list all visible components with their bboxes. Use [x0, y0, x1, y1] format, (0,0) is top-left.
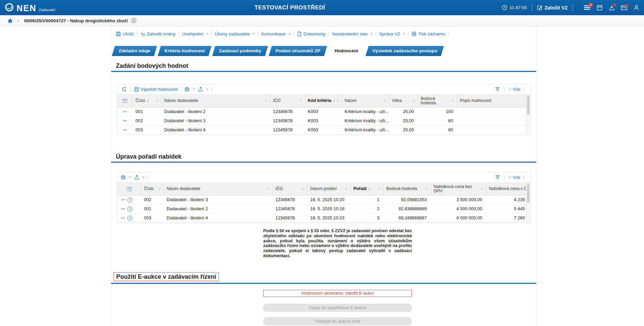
- vz-administration-menu[interactable]: Správa VZ: [379, 31, 405, 36]
- tab-vysledek[interactable]: Výsledek zadávacího postupu: [366, 46, 444, 56]
- scrollbar-thumb[interactable]: [527, 95, 529, 115]
- calendar-button[interactable]: [597, 5, 602, 10]
- row-menu-icon[interactable]: [123, 129, 127, 132]
- filter-dropdown-icon[interactable]: [377, 187, 380, 191]
- brand[interactable]: NEN Zadavatel: [0, 3, 55, 12]
- column-header-vaha[interactable]: Váha: [389, 94, 418, 107]
- tab-hodnoceni[interactable]: Hodnocení: [328, 46, 365, 56]
- column-header-bodova-hodnota[interactable]: Bodová hodnota: [383, 183, 431, 195]
- breadcrumb-current-item[interactable]: N006/25/V00004727 - Nákup drogistického …: [24, 18, 128, 23]
- info-icon[interactable]: [127, 197, 132, 202]
- divider: [504, 175, 504, 180]
- scrollbar-thumb[interactable]: [527, 183, 529, 203]
- filter-dropdown-icon[interactable]: [335, 99, 339, 103]
- publish-menu[interactable]: Uveřejnění: [182, 31, 208, 36]
- column-header-cena-bez-dph[interactable]: Nabídková cena bez DPH: [431, 183, 486, 195]
- menu-button[interactable]: 1: [584, 5, 590, 10]
- scoring-grid-panel: Výpočet hodnocení: [117, 84, 530, 135]
- column-header-nazev[interactable]: Název: [342, 94, 389, 107]
- eauction-actions: Hodnocení ukončeno, založit E-aukci Vstu…: [263, 284, 412, 325]
- divider: [376, 31, 376, 36]
- sort-asc-icon: [368, 187, 370, 191]
- filter-dropdown-icon[interactable]: [155, 99, 158, 103]
- info-icon[interactable]: [127, 207, 132, 212]
- row-menu-icon[interactable]: [121, 208, 125, 211]
- column-chooser-cell[interactable]: [117, 94, 133, 107]
- downloads-button[interactable]: [609, 5, 615, 10]
- column-header-kod-kriteria[interactable]: Kód kritéria: [305, 94, 342, 107]
- print-record-button[interactable]: Tisk záznamu: [412, 31, 445, 36]
- table-row[interactable]: 003 Dodavatel - školení 4 12345678 16. 5…: [117, 214, 527, 223]
- messages-button[interactable]: [621, 5, 627, 10]
- filter-icon[interactable]: [495, 175, 500, 180]
- filter-dropdown-icon[interactable]: [264, 99, 267, 103]
- filter-dropdown-icon[interactable]: [411, 99, 415, 103]
- topbar-actions: 11:47:55 Založit VZ 1: [502, 0, 639, 15]
- save-button[interactable]: Uložit: [116, 31, 134, 36]
- save-icon: [116, 31, 121, 36]
- tab-podani-ucastniku[interactable]: Podání účastníků ZP: [269, 46, 327, 56]
- column-header-nazev-dodavatele[interactable]: Název dodavatele: [162, 94, 270, 107]
- column-header-poradi[interactable]: Pořadí: [351, 183, 383, 195]
- column-chooser-cell[interactable]: [117, 183, 141, 195]
- column-header-ico[interactable]: IČO: [270, 94, 305, 107]
- tab-zakladni-udaje[interactable]: Základní údaje: [112, 46, 157, 56]
- filter-dropdown-icon[interactable]: [266, 187, 270, 191]
- home-icon[interactable]: [7, 18, 13, 23]
- tab-zadavaci-podminky[interactable]: Zadávací podmínky: [212, 46, 268, 56]
- table-row[interactable]: 001 Dodavatel - školení 2 12345678 K003 …: [117, 107, 526, 116]
- filter-dropdown-icon[interactable]: [301, 187, 304, 191]
- print-grid-button[interactable]: [121, 175, 131, 180]
- filter-dropdown-icon[interactable]: [157, 187, 161, 191]
- column-header-cislo[interactable]: Číslo: [141, 183, 164, 195]
- filter-dropdown-icon[interactable]: [382, 99, 386, 103]
- brand-role: Zadavatel: [39, 8, 55, 12]
- filter-dropdown-icon[interactable]: [450, 99, 454, 103]
- row-menu-icon[interactable]: [121, 198, 125, 201]
- tab-kriteria-hodnoceni[interactable]: Kritéria hodnocení: [158, 46, 212, 56]
- documents-button[interactable]: Dokumenty: [297, 31, 326, 36]
- discard-changes-button[interactable]: Zahodit změny: [140, 31, 176, 36]
- table-row[interactable]: 002 Dodavatel - školení 3 12345678 16. 5…: [117, 195, 527, 205]
- eauction-specification-button[interactable]: Vstup do specifikace E-aukce: [263, 304, 412, 312]
- contracting-actions-menu[interactable]: Úkony zadavatele: [215, 31, 255, 36]
- column-header-datum-podani[interactable]: Datum podání: [307, 183, 351, 195]
- row-menu-icon[interactable]: [123, 119, 127, 123]
- divider: [147, 175, 148, 180]
- export-grid-button[interactable]: [134, 175, 144, 180]
- export-grid-button[interactable]: [198, 87, 208, 92]
- vertical-scrollbar[interactable]: [526, 183, 530, 223]
- section-ranking: Úprava pořadí nabídek: [111, 153, 536, 259]
- show-all-link[interactable]: Vše: [507, 175, 520, 180]
- filter-dropdown-icon[interactable]: [479, 187, 483, 191]
- column-header-bodova-hodnota[interactable]: Bodová hodnota: [418, 94, 457, 107]
- ranking-grid-panel: Vše Číslo Název dodavat: [117, 172, 530, 223]
- print-grid-button[interactable]: [184, 87, 195, 92]
- table-row[interactable]: 002 Dodavatel - školení 3 12345678 K003 …: [117, 116, 526, 126]
- enter-auction-hall-button[interactable]: Vstoupit do aukční síně: [263, 317, 412, 325]
- column-header-nazev-dodavatele[interactable]: Název dodavatele: [164, 183, 273, 195]
- row-menu-icon[interactable]: [121, 217, 125, 220]
- filter-dropdown-icon[interactable]: [344, 187, 348, 191]
- user-button[interactable]: [634, 5, 639, 10]
- filter-dropdown-icon[interactable]: [424, 187, 428, 191]
- row-menu-icon[interactable]: [123, 110, 127, 113]
- vertical-scrollbar[interactable]: [526, 94, 530, 135]
- column-header-cena-s-dph[interactable]: Nabídková cena s DPH: [486, 183, 527, 195]
- column-header-ico[interactable]: IČO: [273, 183, 307, 195]
- calculate-scoring-button[interactable]: Výpočet hodnocení: [134, 87, 178, 92]
- finish-evaluation-create-eauction-button[interactable]: Hodnocení ukončeno, založit E-aukci: [263, 290, 412, 297]
- column-header-cislo[interactable]: Číslo: [133, 94, 162, 107]
- info-icon[interactable]: [127, 216, 132, 221]
- nonstandard-state-menu[interactable]: Nestandardní stav: [332, 31, 373, 36]
- communication-menu[interactable]: Komunikace: [261, 31, 291, 36]
- show-all-link[interactable]: Vše: [507, 87, 520, 92]
- table-row[interactable]: 001 Dodavatel - školení 2 12345678 16. 5…: [117, 205, 527, 214]
- filter-icon[interactable]: [495, 87, 500, 92]
- create-vz-button[interactable]: Založit VZ: [537, 5, 568, 10]
- close-icon[interactable]: [131, 18, 137, 23]
- column-header-popis-hodnoceni[interactable]: Popis hodnocení: [457, 94, 526, 107]
- refresh-icon[interactable]: [122, 87, 127, 92]
- filter-dropdown-icon[interactable]: [298, 99, 302, 103]
- table-row[interactable]: 003 Dodavatel - školení 4 12345678 K003 …: [117, 126, 526, 135]
